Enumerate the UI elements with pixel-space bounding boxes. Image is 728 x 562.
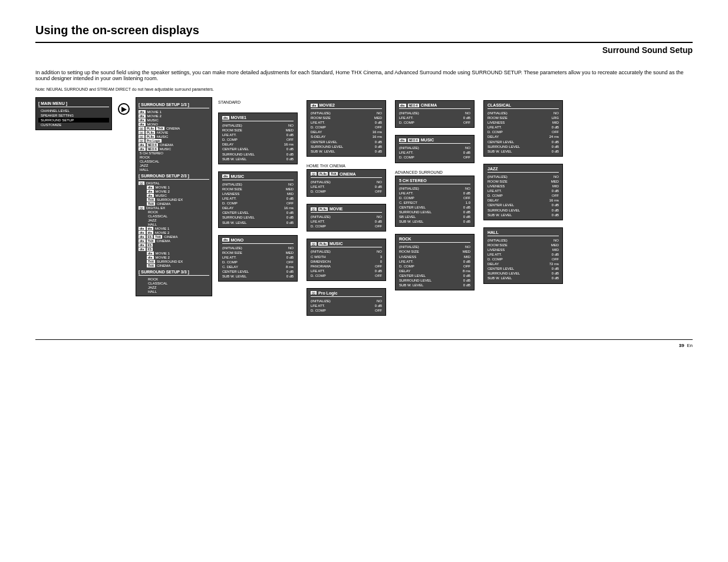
param-row[interactable]: ▯▯PLIIxMUSIC (139, 134, 209, 138)
main-menu-item[interactable]: CHANNEL LEVEL (38, 108, 109, 113)
param-label: JAZZ (148, 286, 156, 289)
param-row[interactable]: dtsMOVIE 1 (139, 110, 209, 114)
desc-box: ▯▯Pro Logic(INITIALIZE) LFE ATT. D. COMP… (307, 288, 386, 316)
param-label: DIGITAL EX (146, 206, 165, 210)
param-row[interactable]: dtsES (139, 247, 209, 251)
desc-box: dtsNEO:6MUSIC(INITIALIZE) LFE ATT. D. CO… (395, 135, 475, 163)
param-row[interactable]: CLASSICAL (139, 159, 209, 163)
desc-box-header: JAZZ (487, 167, 559, 173)
param-label: MUSIC (160, 147, 171, 151)
param-row[interactable]: HALL (139, 289, 209, 293)
es-icon: ES (147, 247, 153, 251)
thx-icon: THX (156, 127, 164, 130)
desc-box: dtsMOVIE1(INITIALIZE) ROOM SIZE LFE ATT.… (218, 113, 298, 164)
desc-box-header: 5 CH STEREO (399, 178, 470, 184)
desc-box-header: dtsNEO:6MUSIC (399, 138, 470, 144)
param-row[interactable]: dtsMOVIE 1 (139, 251, 209, 255)
param-label: CINEMA (157, 239, 170, 243)
desc-box: HALL(INITIALIZE) ROOM SIZE LIVENESS LFE … (483, 227, 563, 284)
desc-param-values: NO MED MID 0 dB OFF 72 ms 0 dB 0 dB 0 dB (549, 238, 559, 281)
param-row[interactable]: dtsNEO:6CINEMA (139, 143, 209, 147)
param-row[interactable]: THXCINEMA (139, 263, 209, 267)
desc-param-names: (INITIALIZE) ROOM SIZE LFE ATT. D. COMP … (222, 246, 249, 279)
param-label: MOVIE 2 (155, 231, 169, 234)
param-row[interactable]: dtsESTHXCINEMA (139, 234, 209, 239)
param-label: 5 CH STEREO (140, 151, 163, 155)
param-row[interactable]: dtsMOVIE 2 (139, 114, 209, 118)
param-row[interactable]: JAZZ (139, 163, 209, 167)
param-row[interactable]: dtsdtsMOVIE 1 (139, 226, 209, 230)
param-row[interactable]: dtsMONO (139, 122, 209, 126)
dts-icon: dts (139, 123, 146, 126)
dd-icon: ▯▯ (139, 139, 144, 143)
param-row[interactable]: JAZZ (139, 285, 209, 289)
param-row[interactable]: THXSURROUND EX (139, 197, 209, 201)
divider (35, 339, 693, 340)
param-row[interactable]: THXSURROUND EX (139, 259, 209, 263)
desc-box: ▯▯PLIIxTHXCINEMA(INITIALIZE) LFE ATT. D.… (307, 169, 386, 197)
desc-box-title: CINEMA (421, 103, 437, 107)
dd-icon: ▯▯ (311, 242, 317, 246)
param-row[interactable]: dtsMOVIE 2 (139, 255, 209, 259)
dts-icon: dts (139, 235, 146, 239)
param-row[interactable]: CLASSICAL (139, 281, 209, 285)
param-row[interactable]: HALL (139, 222, 209, 226)
desc-box-header: HALL (487, 230, 559, 236)
main-menu-item[interactable]: CUSTOMIZE (38, 123, 109, 127)
dts-icon: dts (139, 247, 146, 251)
param-row[interactable]: ▯▯Pro Logic (139, 138, 209, 143)
param-row[interactable]: ▯▯PLIIxMOVIE (139, 130, 209, 134)
param-row[interactable]: ROCK (139, 277, 209, 281)
param-label: HALL (148, 223, 157, 226)
desc-param-names: (INITIALIZE) LFE ATT. D. COMP (399, 146, 419, 160)
neo6-icon: NEO:6 (408, 138, 419, 142)
thx-icon: THX (147, 264, 155, 267)
desc-box-header: ▯▯PLIIxMUSIC (311, 242, 382, 247)
main-menu-box: [ MAIN MENU ] CHANNEL LEVELSPEAKER SETTI… (35, 97, 112, 130)
main-menu-item[interactable]: SPEAKER SETTING (38, 113, 109, 118)
dts-icon: dts (139, 143, 146, 147)
param-row[interactable]: ▯▯DIGITAL (139, 181, 209, 185)
param-row[interactable]: dtsTHXCINEMA (139, 239, 209, 243)
param-row[interactable]: 5 CH STEREO (139, 151, 209, 155)
dts-icon: dts (147, 252, 154, 255)
desc-box-title: JAZZ (487, 167, 498, 171)
dts-icon: dts (147, 190, 154, 193)
arrow-right-icon: ▶ (118, 103, 130, 115)
param-row[interactable]: ▯▯PLIIxTHXCINEMA (139, 126, 209, 130)
param-row[interactable]: ROCK (139, 210, 209, 214)
param-row[interactable]: THXCINEMA (139, 201, 209, 206)
param-label: CLASSICAL (148, 282, 167, 285)
param-row[interactable]: dtsES (139, 243, 209, 247)
param-row[interactable]: dtsdtsMOVIE 2 (139, 230, 209, 234)
param-row[interactable]: dtsMOVIE 2 (139, 189, 209, 193)
param-label: MUSIC (157, 135, 168, 138)
param-row[interactable]: ROCK (139, 155, 209, 159)
param-row[interactable]: dtsMOVIE 1 (139, 185, 209, 189)
param-row[interactable]: dtsMUSIC (139, 193, 209, 197)
desc-param-values: NO 3 0 OFF 0 dB OFF (375, 249, 382, 278)
desc-param-values: NO 0 dB OFF 1.0 0 dB 0 dB 0 dB 0 dB (463, 186, 470, 224)
intro-note: Note: NEURAL SURROUND and STREAM DIRECT … (35, 87, 693, 91)
param-label: MOVIE 2 (156, 190, 170, 193)
param-row[interactable]: HALL (139, 167, 209, 171)
param-row[interactable]: dtsMUSIC (139, 118, 209, 122)
dts-icon: dts (147, 186, 154, 189)
dts-icon: dts (147, 256, 154, 259)
param-label: MONO (147, 123, 159, 126)
param-row[interactable]: ▯▯DIGITAL EX (139, 206, 209, 210)
neo6-icon: NEO:6 (147, 143, 158, 147)
main-menu-item[interactable]: SURROUND SETUP (38, 118, 109, 123)
dts-icon: dts (399, 104, 406, 107)
param-row[interactable]: dtsNEO:6MUSIC (139, 147, 209, 151)
param-row[interactable]: JAZZ (139, 218, 209, 222)
param-section-title: [ SURROUND SETUP 3/3 ] (139, 269, 209, 276)
desc-box-title: MOVIE1 (231, 115, 246, 120)
desc-box-title: CLASSICAL (487, 103, 511, 107)
desc-box: ▯▯PLIIxMOVIE(INITIALIZE) LFE ATT. D. COM… (307, 204, 386, 232)
param-label: SURROUND EX (157, 260, 183, 263)
param-label: MOVIE 1 (147, 110, 162, 114)
param-row[interactable]: CLASSICAL (139, 214, 209, 218)
desc-param-names: (INITIALIZE) ROOM SIZE LIVENESS LFE ATT.… (487, 174, 520, 217)
plx-icon: PLIIx (318, 242, 328, 246)
